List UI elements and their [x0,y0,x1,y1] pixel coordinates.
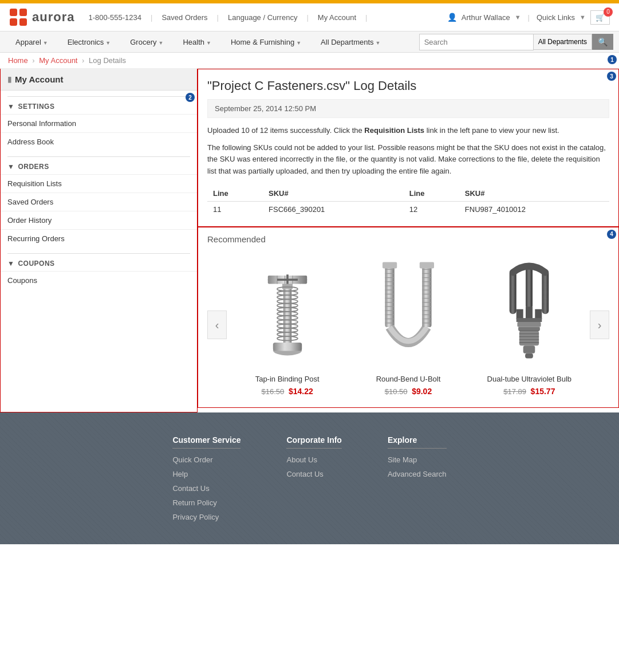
product-name[interactable]: Tap-in Binding Post [232,375,342,383]
tab-grocery[interactable]: Grocery▼ [120,32,173,52]
tab-apparel[interactable]: Apparel▼ [6,32,58,52]
tab-electronics[interactable]: Electronics▼ [58,32,121,52]
svg-rect-71 [518,327,540,331]
log-panel-badge: 3 [607,72,616,81]
price-new: $15.77 [531,387,555,396]
carousel-prev-button[interactable]: ‹ [207,311,227,339]
sidebar-section-orders: ▼ ORDERS [1,151,197,171]
coupons-arrow-icon: ▼ [7,260,14,268]
footer-link[interactable]: Contact Us [172,484,240,493]
breadcrumb-badge: 1 [608,55,617,64]
sidebar-item-personal-info[interactable]: Personal Information [1,114,197,132]
tab-health[interactable]: Health▼ [173,32,221,52]
svg-rect-61 [383,262,397,268]
log-details-panel: 3 "Project C Fasteners.csv" Log Details … [198,69,619,227]
language-currency-link[interactable]: Language / Currency [228,13,297,22]
product-name[interactable]: Dual-tube Ultraviolet Bulb [475,375,584,383]
header-right: 👤 Arthur Wallace ▼ | Quick Links ▼ 🛒 0 [447,10,610,25]
price-old: $17.89 [503,387,526,396]
product-pricing: $16.50 $14.22 [232,387,342,396]
svg-rect-28 [273,343,301,351]
col-sku-1: SKU# [263,186,404,202]
search-area: All Departments 🔍 [419,34,613,50]
quick-links-link[interactable]: Quick Links [537,13,575,22]
footer-col-heading-1: Corporate Info [286,435,341,449]
footer-col-2: ExploreSite MapAdvanced Search [388,435,447,527]
requisition-lists-link[interactable]: Requisition Lists [364,126,424,135]
cell-line-1: 11 [207,201,263,217]
logo-area: aurora [9,8,74,26]
tab-all-departments[interactable]: All Departments▼ [311,32,390,52]
svg-rect-79 [525,353,533,359]
footer-link[interactable]: Quick Order [172,455,240,464]
footer-col-1: Corporate InfoAbout UsContact Us [286,435,341,527]
svg-rect-66 [535,309,542,319]
footer-link[interactable]: Help [172,470,240,478]
col-sku-2: SKU# [459,186,609,202]
search-input[interactable] [419,34,534,50]
cart-button[interactable]: 🛒 0 [590,10,610,25]
sidebar-item-requisition-lists[interactable]: Requisition Lists [1,174,197,192]
settings-arrow-icon: ▼ [7,103,14,111]
coupons-section-title[interactable]: ▼ COUPONS [7,253,190,268]
product-card: Tap-in Binding Post $16.50 $14.22 [227,254,348,396]
col-line-1: Line [207,186,263,202]
cell-line-2: 12 [404,201,459,217]
product-pricing: $17.89 $15.77 [475,387,584,396]
footer-link[interactable]: About Us [286,455,341,464]
tab-home-furnishing[interactable]: Home & Furnishing▼ [221,32,311,52]
footer: Customer ServiceQuick OrderHelpContact U… [0,412,619,544]
footer-col-heading-2: Explore [388,435,447,449]
svg-rect-1 [19,9,27,16]
svg-rect-29 [385,265,394,327]
search-button[interactable]: 🔍 [592,34,613,50]
breadcrumb-home[interactable]: Home [8,56,28,65]
sidebar-item-coupons[interactable]: Coupons [1,271,197,289]
product-name[interactable]: Round-Bend U-Bolt [353,375,463,383]
footer-link[interactable]: Advanced Search [388,470,447,478]
log-date: September 25, 2014 12:50 PM [207,99,609,118]
sidebar-collapse-icon[interactable]: ▮ [7,75,11,84]
orders-section-title[interactable]: ▼ ORDERS [7,156,190,171]
sidebar-item-address-book[interactable]: Address Book [1,132,197,151]
footer-link[interactable]: Contact Us [286,470,341,478]
table-row: 11FSC666_39020112FNU987_4010012 [207,201,609,217]
svg-rect-68 [526,306,533,319]
footer-link[interactable]: Return Policy [172,498,240,507]
price-new: $9.02 [412,387,432,396]
svg-rect-65 [542,270,549,314]
breadcrumb: Home › My Account › Log Details 1 [0,53,619,69]
breadcrumb-my-account[interactable]: My Account [39,56,77,65]
carousel-next-button[interactable]: › [590,311,609,339]
svg-rect-45 [422,265,431,327]
sidebar-item-saved-orders[interactable]: Saved Orders [1,192,197,211]
sidebar-section-coupons: ▼ COUPONS [1,247,197,268]
sidebar-item-recurring-orders[interactable]: Recurring Orders [1,229,197,247]
logo-text: aurora [32,10,74,25]
svg-rect-62 [420,262,434,268]
saved-orders-link[interactable]: Saved Orders [161,13,207,22]
my-account-link[interactable]: My Account [318,13,356,22]
product-card: Dual-tube Ultraviolet Bulb $17.89 $15.77 [469,254,590,396]
settings-section-title[interactable]: ▼ SETTINGS [7,96,190,111]
sidebar-header: ▮ My Account [1,69,197,91]
product-image-screw [250,254,325,369]
footer-link[interactable]: Site Map [388,455,447,464]
cell-sku-1: FSC666_390201 [263,201,404,217]
product-image-ubolt [371,254,445,369]
log-warning-msg: The following SKUs could not be added to… [207,142,609,178]
search-department-select[interactable]: All Departments [534,34,592,50]
products-carousel: ‹ Tap-in Binding Post [198,249,618,407]
svg-rect-3 [19,18,27,26]
sidebar-section-settings: ▼ SETTINGS [1,91,197,111]
recommended-header: Recommended [198,227,618,249]
user-name-link[interactable]: Arthur Wallace [462,13,510,22]
footer-link[interactable]: Privacy Policy [172,513,240,521]
orders-arrow-icon: ▼ [7,163,14,171]
svg-rect-12 [282,284,293,289]
sidebar-title: My Account [15,74,63,84]
main-layout: ▮ My Account 2 ▼ SETTINGS Personal Infor… [0,69,619,412]
sidebar-item-order-history[interactable]: Order History [1,211,197,229]
sidebar: ▮ My Account 2 ▼ SETTINGS Personal Infor… [0,69,198,412]
recommended-badge: 4 [607,230,616,239]
